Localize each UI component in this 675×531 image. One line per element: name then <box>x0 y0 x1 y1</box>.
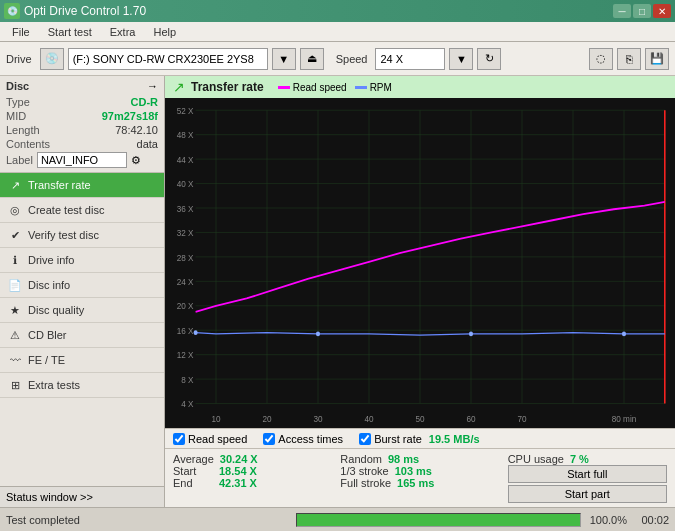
sidebar-item-extra-tests[interactable]: ⊞ Extra tests <box>0 373 164 398</box>
svg-text:8 X: 8 X <box>181 374 193 385</box>
save-button[interactable]: 💾 <box>645 48 669 70</box>
svg-text:12 X: 12 X <box>177 350 194 361</box>
window-controls: ─ □ ✕ <box>613 4 671 18</box>
disc-settings-icon[interactable]: ⚙ <box>131 154 141 167</box>
disc-length-row: Length 78:42.10 <box>6 124 158 136</box>
titlebar-left: 💿 Opti Drive Control 1.70 <box>4 3 146 19</box>
menu-file[interactable]: File <box>4 24 38 40</box>
svg-text:30: 30 <box>313 413 322 424</box>
check-burst-rate: Burst rate 19.5 MB/s <box>359 433 479 445</box>
app-title: Opti Drive Control 1.70 <box>24 4 146 18</box>
stat-average-label: Average <box>173 453 214 465</box>
stats-col3: CPU usage 7 % Start full Start part <box>508 453 667 503</box>
stat-fullstroke-val: 165 ms <box>397 477 434 489</box>
read-speed-check-label: Read speed <box>188 433 247 445</box>
disc-header: Disc → <box>6 80 158 92</box>
stat-end-label: End <box>173 477 213 489</box>
svg-point-46 <box>194 330 198 335</box>
disc-title: Disc <box>6 80 29 92</box>
stat-fullstroke-label: Full stroke <box>340 477 391 489</box>
disc-type-label: Type <box>6 96 30 108</box>
check-read-speed: Read speed <box>173 433 247 445</box>
stat-random-label: Random <box>340 453 382 465</box>
stats-area: Average 30.24 X Start 18.54 X End 42.31 … <box>165 448 675 507</box>
svg-text:60: 60 <box>466 413 475 424</box>
stats-col2: Random 98 ms 1/3 stroke 103 ms Full stro… <box>340 453 499 503</box>
sidebar: Disc → Type CD-R MID 97m27s18f Length 78… <box>0 76 165 507</box>
sidebar-item-create-test-disc-label: Create test disc <box>28 204 104 216</box>
menu-start-test[interactable]: Start test <box>40 24 100 40</box>
chart-svg: 52 X 48 X 44 X 40 X 36 X 32 X 28 X 24 X … <box>165 98 675 428</box>
menu-help[interactable]: Help <box>145 24 184 40</box>
burst-rate-check-label: Burst rate <box>374 433 422 445</box>
maximize-button[interactable]: □ <box>633 4 651 18</box>
svg-text:28 X: 28 X <box>177 252 194 263</box>
sidebar-item-cd-bler-label: CD Bler <box>28 329 67 341</box>
stat-average-row: Average 30.24 X <box>173 453 332 465</box>
disc-mid-val: 97m27s18f <box>102 110 158 122</box>
erase-button[interactable]: ◌ <box>589 48 613 70</box>
sidebar-item-create-test-disc[interactable]: ◎ Create test disc <box>0 198 164 223</box>
sidebar-item-disc-quality[interactable]: ★ Disc quality <box>0 298 164 323</box>
start-full-button[interactable]: Start full <box>508 465 667 483</box>
titlebar: 💿 Opti Drive Control 1.70 ─ □ ✕ <box>0 0 675 22</box>
minimize-button[interactable]: ─ <box>613 4 631 18</box>
stat-start-val: 18.54 X <box>219 465 257 477</box>
stat-end-row: End 42.31 X <box>173 477 332 489</box>
legend-read-speed-color <box>278 86 290 89</box>
checkboxes-row: Read speed Access times Burst rate 19.5 … <box>165 428 675 448</box>
start-buttons: Start full Start part <box>508 465 667 503</box>
svg-text:48 X: 48 X <box>177 130 194 141</box>
drive-icon: 💿 <box>40 48 64 70</box>
speed-label: Speed <box>336 53 368 65</box>
status-time: 00:02 <box>633 514 669 526</box>
svg-text:20 X: 20 X <box>177 301 194 312</box>
disc-info-icon: 📄 <box>8 278 22 292</box>
sidebar-item-disc-info[interactable]: 📄 Disc info <box>0 273 164 298</box>
read-speed-checkbox[interactable] <box>173 433 185 445</box>
disc-label-row: Label ⚙ <box>6 152 158 168</box>
menubar: File Start test Extra Help <box>0 22 675 42</box>
access-times-checkbox[interactable] <box>263 433 275 445</box>
status-text: Test completed <box>6 514 290 526</box>
sidebar-nav: ↗ Transfer rate ◎ Create test disc ✔ Ver… <box>0 173 164 486</box>
svg-text:40: 40 <box>364 413 373 424</box>
stat-end-val: 42.31 X <box>219 477 257 489</box>
dropdown-arrow[interactable]: ▼ <box>272 48 296 70</box>
disc-label-input[interactable] <box>37 152 127 168</box>
svg-text:16 X: 16 X <box>177 325 194 336</box>
disc-mid-row: MID 97m27s18f <box>6 110 158 122</box>
sidebar-item-verify-test-disc[interactable]: ✔ Verify test disc <box>0 223 164 248</box>
drive-label: Drive <box>6 53 32 65</box>
disc-mid-label: MID <box>6 110 26 122</box>
speed-dropdown-arrow[interactable]: ▼ <box>449 48 473 70</box>
start-part-button[interactable]: Start part <box>508 485 667 503</box>
create-test-disc-icon: ◎ <box>8 203 22 217</box>
sidebar-item-drive-info[interactable]: ℹ Drive info <box>0 248 164 273</box>
sidebar-item-transfer-rate[interactable]: ↗ Transfer rate <box>0 173 164 198</box>
copy-button[interactable]: ⎘ <box>617 48 641 70</box>
status-window-button[interactable]: Status window >> <box>0 486 164 507</box>
speed-select[interactable]: 24 X <box>375 48 445 70</box>
stat-stroke1-val: 103 ms <box>395 465 432 477</box>
burst-rate-value: 19.5 MB/s <box>429 433 480 445</box>
menu-extra[interactable]: Extra <box>102 24 144 40</box>
stat-start-label: Start <box>173 465 213 477</box>
disc-type-row: Type CD-R <box>6 96 158 108</box>
stat-fullstroke-row: Full stroke 165 ms <box>340 477 499 489</box>
legend-rpm: RPM <box>355 82 392 93</box>
burst-rate-checkbox[interactable] <box>359 433 371 445</box>
svg-text:44 X: 44 X <box>177 154 194 165</box>
svg-text:40 X: 40 X <box>177 179 194 190</box>
drive-select[interactable]: (F:) SONY CD-RW CRX230EE 2YS8 <box>68 48 268 70</box>
stat-stroke1-row: 1/3 stroke 103 ms <box>340 465 499 477</box>
sidebar-item-transfer-rate-label: Transfer rate <box>28 179 91 191</box>
refresh-button[interactable]: ↻ <box>477 48 501 70</box>
legend-read-speed-label: Read speed <box>293 82 347 93</box>
eject-button[interactable]: ⏏ <box>300 48 324 70</box>
sidebar-item-fe-te[interactable]: 〰 FE / TE <box>0 348 164 373</box>
close-button[interactable]: ✕ <box>653 4 671 18</box>
chart-legend: Read speed RPM <box>278 82 392 93</box>
sidebar-item-cd-bler[interactable]: ⚠ CD Bler <box>0 323 164 348</box>
svg-text:20: 20 <box>262 413 271 424</box>
